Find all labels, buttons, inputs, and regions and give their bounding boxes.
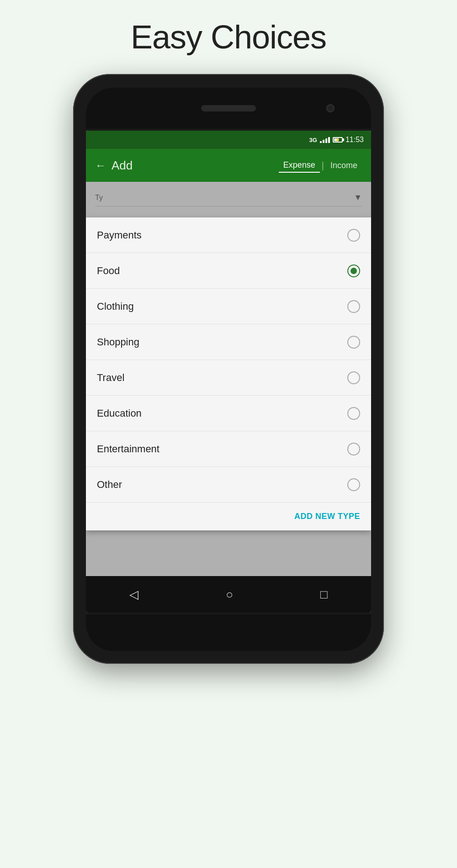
radio-button-payments[interactable] xyxy=(347,229,360,242)
tab-divider: | xyxy=(322,160,324,171)
category-label: Entertainment xyxy=(97,443,159,455)
radio-selected-dot xyxy=(351,268,357,274)
status-icons: 3G ⚡ 11:53 xyxy=(309,136,364,144)
radio-button-education[interactable] xyxy=(347,407,360,420)
dropdown-arrow-icon: ▼ xyxy=(354,193,362,202)
phone-bottom-bezel xyxy=(86,614,371,651)
app-bar-left: ← Add xyxy=(95,159,133,173)
category-label: Education xyxy=(97,408,142,419)
signal-bar-1 xyxy=(320,141,322,143)
app-bar-tabs: Expense | Income xyxy=(279,159,362,173)
bottom-nav: ◁ ○ □ xyxy=(86,576,371,613)
nav-recent-button[interactable]: □ xyxy=(320,587,328,602)
nav-back-button[interactable]: ◁ xyxy=(129,587,138,602)
phone-top-bezel xyxy=(86,88,371,129)
signal-bars xyxy=(320,137,330,143)
tab-income[interactable]: Income xyxy=(326,159,362,172)
signal-bar-2 xyxy=(323,140,324,143)
clock: 11:53 xyxy=(345,136,364,144)
signal-bar-3 xyxy=(325,138,327,143)
tab-expense[interactable]: Expense xyxy=(279,159,320,173)
list-item[interactable]: Food xyxy=(86,253,371,289)
radio-button-clothing[interactable] xyxy=(347,300,360,313)
app-bar-title: Add xyxy=(112,159,133,173)
category-label: Travel xyxy=(97,372,124,384)
phone-shell: 3G ⚡ 11:53 ← Add Expens xyxy=(73,74,384,664)
nav-home-button[interactable]: ○ xyxy=(226,587,233,602)
type-row: Ty ▼ xyxy=(95,189,362,206)
type-label: Ty xyxy=(95,194,118,202)
list-item[interactable]: Shopping xyxy=(86,324,371,360)
phone-screen: 3G ⚡ 11:53 ← Add Expens xyxy=(86,131,371,613)
list-item[interactable]: Other xyxy=(86,467,371,503)
category-label: Food xyxy=(97,265,120,277)
radio-button-food[interactable] xyxy=(347,265,360,277)
category-label: Shopping xyxy=(97,336,139,348)
type-dropdown: Payments Food Clothing Shopping xyxy=(86,217,371,530)
list-item[interactable]: Entertainment xyxy=(86,431,371,467)
category-label: Other xyxy=(97,479,122,491)
form-bottom-bg xyxy=(86,530,371,576)
radio-button-travel[interactable] xyxy=(347,371,360,384)
add-new-type-button[interactable]: ADD NEW TYPE xyxy=(294,512,360,521)
category-label: Clothing xyxy=(97,301,134,312)
status-bar: 3G ⚡ 11:53 xyxy=(86,131,371,149)
battery-icon: ⚡ xyxy=(333,137,343,143)
add-new-type-section: ADD NEW TYPE xyxy=(86,503,371,530)
battery-lightning: ⚡ xyxy=(335,138,340,142)
form-background: Ty ▼ xyxy=(86,182,371,217)
network-indicator: 3G xyxy=(309,137,317,143)
category-label: Payments xyxy=(97,229,142,241)
list-item[interactable]: Clothing xyxy=(86,289,371,324)
radio-button-entertainment[interactable] xyxy=(347,443,360,455)
page-title: Easy Choices xyxy=(131,18,326,56)
radio-button-other[interactable] xyxy=(347,478,360,491)
list-item[interactable]: Travel xyxy=(86,360,371,396)
app-bar: ← Add Expense | Income xyxy=(86,149,371,182)
back-button[interactable]: ← xyxy=(95,159,106,172)
signal-bar-4 xyxy=(328,137,330,143)
phone-speaker xyxy=(201,105,256,111)
list-item[interactable]: Education xyxy=(86,396,371,431)
radio-button-shopping[interactable] xyxy=(347,336,360,349)
list-item[interactable]: Payments xyxy=(86,217,371,253)
phone-camera xyxy=(326,104,335,112)
